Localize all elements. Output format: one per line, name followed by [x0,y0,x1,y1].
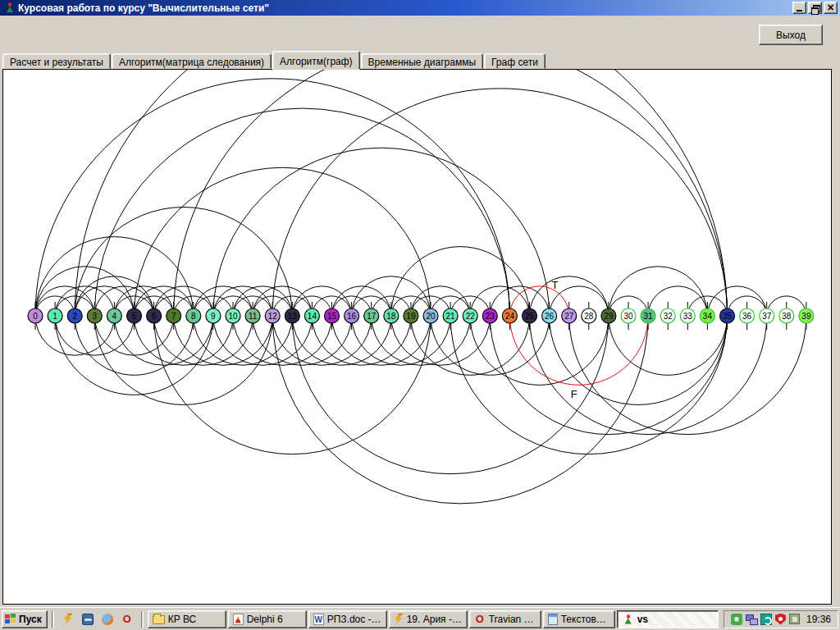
graph-node-label: 12 [268,312,278,321]
graph-edge [292,316,391,365]
minimize-button[interactable] [792,2,806,14]
delphi-icon [233,614,244,625]
graph-edge [75,207,292,316]
antivirus-shield-icon[interactable] [775,614,786,625]
task-button-5[interactable]: Текстовый... [543,610,615,628]
graph-edge [490,286,549,316]
graph-node-label: 23 [486,312,495,321]
graph-node-label: 2 [72,312,77,321]
graph-edge [391,247,530,316]
quick-launch-opera-icon[interactable] [119,611,135,628]
quick-launch-firefox-icon[interactable] [99,611,116,628]
graph-node-label: 0 [33,312,38,321]
start-button[interactable]: Пуск [2,610,48,628]
task-button-1[interactable]: Delphi 6 [228,610,307,628]
tab-4[interactable]: Граф сети [484,53,546,69]
tab-2[interactable]: Алгоритм(граф) [272,51,360,70]
graph-edge [648,286,707,316]
graph-node-label: 3 [93,312,98,321]
close-button[interactable] [824,2,838,14]
graph-edge [707,286,766,316]
system-tray: 19:36 [724,610,838,628]
graph-node-label: 35 [723,312,733,321]
graph-node-label: 7 [171,312,176,321]
graph-node-label: 37 [762,312,772,321]
graph-node-label: 1 [52,312,57,321]
winamp-icon [394,614,404,625]
graph-edge [174,70,728,316]
graph-node-label: 4 [112,312,117,321]
app-icon [3,2,16,14]
graph-node-label: 39 [801,312,811,321]
task-label: Delphi 6 [247,614,283,625]
graph-node-label: 21 [446,312,456,321]
removable-device-icon[interactable] [789,614,800,624]
explorer-icon [82,614,94,625]
task-label: vs [637,614,648,625]
graph-edge [213,286,272,316]
task-button-4[interactable]: Travian ru1... [469,610,541,628]
graph-node-label: 11 [249,312,258,321]
graph-edge [154,286,213,316]
graph-node-label: 30 [623,312,633,321]
graph-panel: TF01234567891011121314151617181920212223… [2,69,832,605]
opera-icon [121,614,133,625]
sync-icon[interactable] [760,614,772,625]
network-icon[interactable] [746,614,757,625]
graph-edge [253,316,352,365]
graph-edge [135,316,234,365]
tab-1[interactable]: Алгоритм(матрица следования) [112,53,272,69]
graph-edge [470,286,529,316]
graph-edge [372,316,471,365]
tab-3[interactable]: Временные диаграммы [361,53,483,69]
graph-edge [55,286,114,316]
task-button-0[interactable]: КР ВС [148,610,226,628]
graph-node-label: 17 [367,312,377,321]
window-title: Курсовая работа по курсу "Вычислительные… [18,2,792,14]
graph-edge [194,286,253,316]
download-master-icon[interactable] [731,614,742,625]
graph-edge [35,267,135,316]
restore-button[interactable] [808,2,822,14]
tab-0[interactable]: Расчет и результаты [2,53,111,69]
graph-edge [272,89,727,316]
graph-edge [154,316,431,454]
app-torch-icon [622,614,634,625]
graph-node-label: 15 [327,312,337,321]
graph-node-label: 6 [152,312,157,321]
graph-edge [470,316,609,385]
graph-node-label: 36 [742,312,752,321]
quick-launch-winamp-icon[interactable] [60,611,76,628]
graph-node-label: 26 [545,312,555,321]
graph-edge [213,148,550,316]
start-label: Пуск [19,614,42,625]
task-button-6[interactable]: vs [617,610,719,628]
graph-edge [35,79,509,316]
exit-button[interactable]: Выход [759,25,823,45]
quick-launch-explorer-icon[interactable] [80,611,96,628]
task-button-3[interactable]: 19. Ария - ... [389,610,468,628]
graph-node-label: 24 [505,312,515,321]
graph-node-label: 9 [211,312,216,321]
graph-node-label: 34 [703,312,713,321]
graph-edge [272,316,648,504]
graph-node-label: 22 [466,312,476,321]
graph-edge [213,316,313,365]
folder-icon [153,615,165,624]
algorithm-graph-canvas: TF01234567891011121314151617181920212223… [3,70,831,604]
graph-edge [272,316,372,365]
graph-edge [509,286,568,316]
graph-edge [233,286,292,316]
graph-node-label: 33 [683,312,693,321]
graph-node-label: 38 [782,312,792,321]
task-button-2[interactable]: РПЗ.doc - ... [308,610,387,628]
graph-node-label: 29 [604,312,614,321]
tabstrip: Расчет и результатыАлгоритм(матрица след… [2,50,546,69]
graph-edge [530,316,767,435]
graph-node-label: 8 [191,312,196,321]
task-label: КР ВС [168,614,197,625]
graph-edge [135,286,194,316]
word-icon [313,614,324,625]
graph-node-label: 16 [347,312,357,321]
graph-edge [94,108,509,316]
